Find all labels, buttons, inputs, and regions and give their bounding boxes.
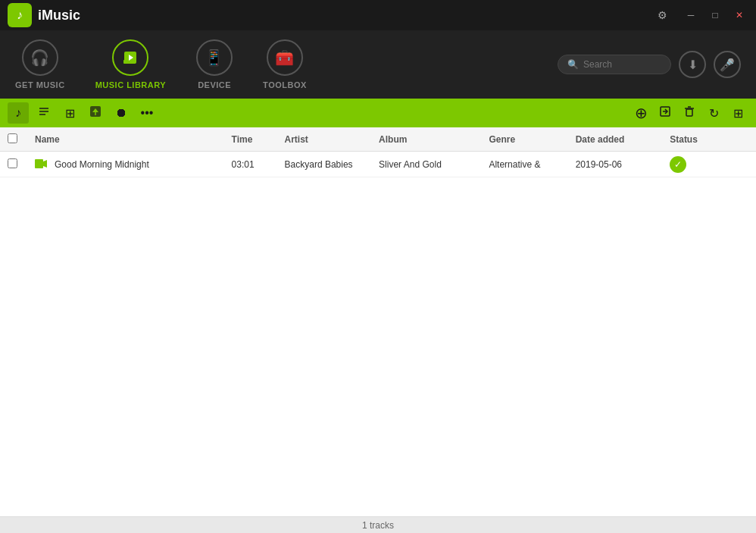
track-count-bar: 1 tracks [0,516,756,533]
svg-rect-14 [35,159,43,168]
header-status: Status [670,134,748,145]
music-library-label: MUSIC LIBRARY [95,80,166,89]
mic-icon: 🎤 [720,58,735,72]
row-name: Good Morning Midnight [35,158,232,171]
svg-rect-11 [686,109,692,116]
device-label: DEVICE [198,80,231,89]
app-title: iMusic [38,8,80,24]
delete-button[interactable] [679,102,700,124]
device-icon: 📱 [196,39,233,76]
close-button[interactable]: ✕ [729,6,750,24]
export-button[interactable] [654,102,676,124]
nav-bar: 🎧 GET MUSIC MUSIC LIBRARY 📱 DEVICE 🧰 TOO… [0,30,756,99]
row-album: Sliver And Gold [379,159,489,170]
row-genre: Alternative & [489,159,575,170]
title-bar: ♪ iMusic ⚙ ─ □ ✕ [0,0,756,30]
music-library-icon [112,39,148,76]
nav-tab-get-music[interactable]: 🎧 GET MUSIC [15,39,65,89]
refresh-button[interactable]: ↻ [703,102,724,124]
row-status: ✓ [670,156,748,173]
settings-button[interactable]: ⚙ [651,6,673,24]
toolbox-label: TOOLBOX [263,80,307,89]
search-input[interactable] [583,59,659,70]
download-button[interactable]: ⬇ [679,51,706,78]
view-toggle-icon: ⊞ [733,106,743,121]
svg-marker-15 [43,160,47,168]
get-music-icon: 🎧 [22,39,58,76]
video-icon [35,158,47,171]
app-logo-icon: ♪ [8,3,32,27]
header-time: Time [232,134,285,145]
header-artist: Artist [285,134,380,145]
maximize-button[interactable]: □ [704,6,726,24]
row-artist: Backyard Babies [285,159,380,170]
svg-rect-2 [123,60,127,64]
nav-tabs: 🎧 GET MUSIC MUSIC LIBRARY 📱 DEVICE 🧰 TOO… [15,39,307,89]
header-check[interactable] [8,133,35,146]
nav-tab-toolbox[interactable]: 🧰 TOOLBOX [263,39,307,89]
grid-view-icon: ⊞ [65,106,75,121]
music-list-button[interactable] [33,102,55,124]
table-row[interactable]: Good Morning Midnight 03:01 Backyard Bab… [0,152,756,177]
header-date: Date added [576,134,670,145]
select-all-checkbox[interactable] [8,133,17,143]
search-icon: 🔍 [567,59,579,70]
download-icon: ⬇ [688,58,698,72]
header-album: Album [379,134,489,145]
nav-tab-device[interactable]: 📱 DEVICE [196,39,233,89]
music-note-button[interactable]: ♪ [8,102,29,124]
content-area: Name Time Artist Album Genre Date added … [0,127,756,533]
toolbar-right: ⊕ ↻ ⊞ [630,102,748,124]
toolbox-icon: 🧰 [267,39,303,76]
row-time: 03:01 [232,159,285,170]
import-button[interactable] [85,102,106,124]
add-icon: ⊕ [635,104,648,122]
header-name: Name [35,134,232,145]
header-genre: Genre [489,134,575,145]
view-toggle-button[interactable]: ⊞ [727,102,748,124]
toolbar: ♪ ⊞ ⏺ ••• ⊕ [0,99,756,127]
nav-tab-music-library[interactable]: MUSIC LIBRARY [95,39,166,89]
table-container[interactable]: Name Time Artist Album Genre Date added … [0,127,756,516]
logo-area: ♪ iMusic [8,3,80,27]
add-button[interactable]: ⊕ [630,102,651,124]
record-icon: ⏺ [115,106,127,120]
music-list-icon [38,105,50,121]
row-check[interactable] [8,158,35,171]
row-checkbox[interactable] [8,158,17,168]
record-button[interactable]: ⏺ [111,102,132,124]
grid-view-button[interactable]: ⊞ [59,102,80,124]
more-button[interactable]: ••• [136,102,158,124]
nav-right: 🔍 ⬇ 🎤 [558,51,741,78]
table-header: Name Time Artist Album Genre Date added … [0,127,756,152]
delete-icon [683,105,695,121]
music-note-icon: ♪ [15,106,21,120]
search-box[interactable]: 🔍 [558,55,671,74]
row-name-text: Good Morning Midnight [55,159,149,170]
mic-button[interactable]: 🎤 [714,51,741,78]
row-date: 2019-05-06 [576,159,670,170]
minimize-button[interactable]: ─ [680,6,701,24]
window-controls: ─ □ ✕ [680,6,750,24]
export-icon [659,105,671,121]
table-body: Good Morning Midnight 03:01 Backyard Bab… [0,152,756,177]
refresh-icon: ↻ [709,106,719,121]
status-check-icon: ✓ [670,156,686,173]
more-icon: ••• [141,106,154,120]
track-count-text: 1 tracks [362,520,394,531]
get-music-label: GET MUSIC [15,80,65,89]
import-icon [89,105,102,121]
